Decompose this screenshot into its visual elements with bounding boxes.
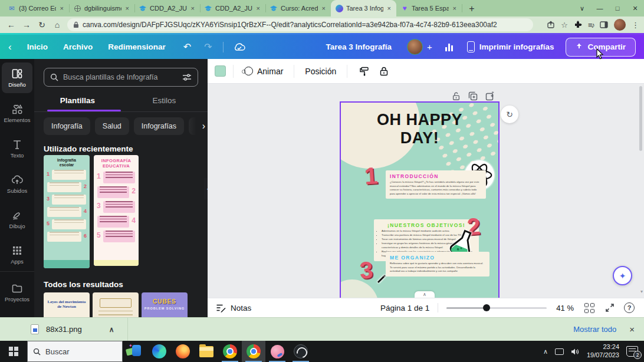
chrome-active-app-icon[interactable] (242, 341, 265, 362)
download-options-icon[interactable]: ∧ (109, 325, 114, 334)
chips-scroll-right-icon[interactable]: › (188, 117, 208, 135)
tab-close-icon[interactable]: × (59, 5, 65, 12)
add-page-icon[interactable] (485, 91, 495, 101)
fullscreen-icon[interactable] (605, 303, 615, 312)
print-infographics-button[interactable]: Imprimir infografías (479, 42, 554, 51)
help-button[interactable]: ? (624, 302, 635, 313)
sidebar-item-elementos[interactable]: Elementos (2, 98, 32, 129)
scrollbar-down-icon[interactable]: ▾ (640, 289, 643, 294)
tab-estilos[interactable]: Estilos (121, 93, 208, 111)
back-home-icon[interactable]: ‹ (8, 41, 12, 53)
sidebar-item-proyectos[interactable]: Proyectos (2, 277, 32, 308)
back-icon[interactable]: ← (4, 20, 19, 29)
sidebar-item-texto[interactable]: Texto (2, 133, 32, 164)
file-explorer-app-icon[interactable] (195, 341, 218, 362)
forward-icon[interactable]: → (19, 20, 34, 29)
template-thumb-tabla[interactable] (93, 292, 139, 317)
tray-expand-icon[interactable]: ∧ (543, 348, 548, 356)
canvas-scrollbar[interactable] (639, 86, 642, 151)
grid-view-icon[interactable] (584, 303, 594, 313)
animate-button[interactable]: Animar (241, 67, 287, 76)
sidebar-item-apps[interactable]: Apps (2, 239, 32, 270)
sidebar-item-dibujo[interactable]: Dibujo (2, 204, 32, 235)
tab-curso[interactable]: Curso: Acredita × (265, 0, 331, 17)
chrome-app-icon[interactable] (218, 341, 242, 362)
taskbar-clock[interactable]: 23:24 19/07/2023 (587, 343, 619, 360)
download-bar-close-icon[interactable]: × (629, 324, 635, 334)
volume-icon[interactable] (571, 348, 580, 356)
reading-list-icon[interactable]: ≡♪ (588, 21, 594, 29)
reload-icon[interactable]: ↻ (34, 20, 50, 29)
filters-icon[interactable] (182, 73, 192, 81)
bookmark-star-icon[interactable]: ☆ (561, 21, 568, 29)
template-thumb-escolar[interactable]: Infografíaescolar 1 2 3 4 5 6 (44, 155, 90, 268)
chip-infografia[interactable]: Infografía (44, 117, 90, 135)
lock-element-icon[interactable] (379, 66, 389, 77)
home-icon[interactable]: ⌂ (50, 20, 65, 29)
tabstrip-chevron-icon[interactable]: ∨ (573, 0, 591, 17)
position-button[interactable]: Posición (301, 67, 340, 76)
menu-archivo[interactable]: Archivo (63, 42, 93, 51)
extensions-puzzle-icon[interactable] (574, 21, 582, 29)
tab-close-icon[interactable]: × (452, 5, 458, 12)
section-number-1[interactable]: 1 (363, 162, 378, 189)
copy-style-roller-icon[interactable] (359, 66, 370, 77)
window-minimize-button[interactable]: — (591, 0, 609, 17)
tab-close-icon[interactable]: × (386, 5, 392, 12)
undo-icon[interactable]: ↶ (183, 41, 191, 52)
insights-chart-icon[interactable] (445, 43, 453, 51)
show-all-downloads-link[interactable]: Mostrar todo (573, 325, 616, 334)
firefox-app-icon[interactable] (171, 341, 195, 362)
zoom-slider-knob[interactable] (483, 304, 490, 311)
add-member-icon[interactable]: + (427, 42, 432, 52)
side-panel-icon[interactable] (600, 21, 608, 28)
menu-redimensionar[interactable]: Redimensionar (108, 42, 166, 51)
display-tray-icon[interactable] (555, 348, 564, 355)
duplicate-page-icon[interactable] (468, 91, 478, 101)
url-field[interactable]: canva.com/design/DAFpFJGSUqc/zKYA6YiSnsi… (67, 18, 533, 31)
tab-cdd-1[interactable]: CDD_A2_JULIO2 × (134, 0, 200, 17)
start-button[interactable] (0, 341, 27, 362)
new-tab-button[interactable]: + (464, 1, 479, 17)
intro-card[interactable]: INTRODUCCIÓN ¿Conoces la música Góspel? … (386, 170, 486, 199)
window-restore-button[interactable]: □ (609, 0, 626, 17)
canva-assistant-button[interactable]: ✦ (613, 266, 632, 285)
paint-app-icon[interactable] (265, 341, 289, 362)
tab-cdd-2[interactable]: CDD_A2_JULIO2 × (200, 0, 265, 17)
download-filename[interactable]: 88x31.png (46, 325, 82, 334)
tab-close-icon[interactable]: × (190, 5, 196, 12)
section-number-3[interactable]: 3 (359, 256, 373, 284)
sidebar-item-diseno[interactable]: Diseño (2, 62, 32, 93)
tab-dgbilinguismo[interactable]: dgbilinguismoyc × (69, 0, 134, 17)
template-thumb-newton[interactable]: Leyes del movimiento de Newton (44, 292, 90, 317)
tab-plantillas[interactable]: Plantillas (34, 93, 121, 111)
pencil-sticker[interactable] (376, 274, 386, 285)
notes-button[interactable]: Notas (216, 304, 251, 312)
document-title[interactable]: Tarea 3 Infografía (326, 42, 392, 51)
zoom-slider[interactable] (446, 307, 547, 309)
tab-close-icon[interactable]: × (124, 5, 130, 12)
sidebar-item-subidos[interactable]: Subidos (2, 169, 32, 199)
tab-close-icon[interactable]: × (255, 5, 261, 12)
edge-app-icon[interactable] (147, 341, 171, 362)
share-page-icon[interactable] (547, 21, 555, 29)
redo-icon[interactable]: ↷ (204, 41, 212, 52)
template-thumb-cubes[interactable]: CUBES PROBLEM SOLVING (142, 292, 188, 317)
canvas-area[interactable]: ↻ OH HAPPY DAY! 1 INTRODUCCIÓN ¿Conoces … (208, 84, 644, 298)
template-thumb-educativa[interactable]: INFOGRAFÍAEDUCATIVA 1 2 3 4 5 (94, 155, 139, 266)
add-comment-button[interactable]: ↻ (501, 106, 518, 123)
tab-close-icon[interactable]: × (321, 5, 327, 12)
chip-salud[interactable]: Salud (95, 117, 129, 135)
chip-infografias[interactable]: Infografías (134, 117, 184, 135)
browser-profile-avatar[interactable] (614, 19, 626, 31)
design-page[interactable]: OH HAPPY DAY! 1 INTRODUCCIÓN ¿Conoces la… (341, 103, 498, 298)
obs-app-icon[interactable] (289, 341, 313, 362)
widgets-icon[interactable]: ✦ (123, 341, 147, 362)
tab-tarea5[interactable]: ♥ Tarea 5 Espacio × (396, 0, 462, 17)
zoom-percent[interactable]: 41 % (556, 304, 574, 312)
template-search-input[interactable]: Busca plantillas de Infografía (44, 68, 198, 87)
toolbar-collapse-handle[interactable]: ∧ (415, 291, 435, 298)
page-title[interactable]: OH HAPPY DAY! (341, 111, 498, 147)
fill-color-swatch[interactable] (215, 65, 226, 77)
tab-tarea3-active[interactable]: Tarea 3 Infografí × (331, 0, 396, 17)
